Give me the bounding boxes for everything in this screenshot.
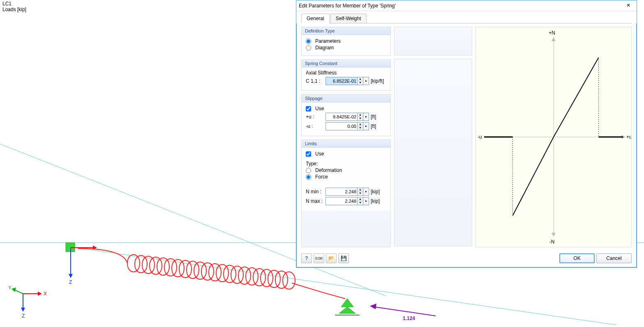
c11-unit: [kip/ft] — [371, 78, 384, 84]
nmin-input[interactable] — [325, 188, 358, 196]
axial-stiffness-label: Axial Stiffness — [306, 70, 386, 76]
close-button[interactable]: ✕ — [623, 2, 634, 10]
tab-general[interactable]: General — [301, 14, 330, 23]
folder-icon: 📂 — [328, 255, 335, 261]
minus-u-unit: [ft] — [371, 123, 376, 129]
group-legend: Definition Type — [302, 27, 390, 35]
plus-u-unit: [ft] — [371, 114, 376, 120]
dialog-titlebar[interactable]: Edit Parameters for Member of Type 'Spri… — [296, 0, 637, 11]
tab-strip: General Self-Weight — [296, 11, 637, 23]
checkbox-limits-use-input[interactable] — [306, 151, 311, 157]
dropdown-icon[interactable]: ▸ — [363, 188, 369, 196]
units-button[interactable]: 0.00 — [314, 253, 324, 263]
spin-up-icon[interactable]: ▲ — [358, 123, 363, 126]
spin-up-icon[interactable]: ▲ — [358, 77, 363, 81]
svg-marker-14 — [38, 292, 42, 296]
svg-marker-5 — [69, 274, 73, 278]
diagram-label-neg-n: -N — [549, 239, 555, 245]
diagram-label-pos-u: +u — [626, 134, 631, 140]
axis-y: Y — [8, 285, 12, 291]
edit-parameters-dialog: Edit Parameters for Member of Type 'Spri… — [296, 0, 637, 268]
group-spring-constant: Spring Constant Axial Stiffness C 1,1 : … — [301, 59, 391, 91]
spin-up-icon[interactable]: ▲ — [358, 188, 363, 192]
save-button[interactable]: 💾 — [338, 253, 349, 263]
spin-up-icon[interactable]: ▲ — [358, 113, 363, 117]
checkbox-slippage-use[interactable]: Use — [306, 106, 386, 111]
c11-input[interactable] — [325, 77, 358, 85]
svg-marker-22 — [552, 37, 556, 41]
group-definition-type: Definition Type Parameters Diagram — [301, 27, 391, 56]
spin-up-icon[interactable]: ▲ — [358, 197, 363, 201]
radio-deformation[interactable]: Deformation — [306, 167, 386, 173]
diagram-label-pos-n: +N — [549, 30, 555, 36]
spin-down-icon[interactable]: ▼ — [358, 81, 363, 85]
tab-self-weight[interactable]: Self-Weight — [330, 14, 367, 23]
radio-parameters[interactable]: Parameters — [306, 38, 386, 44]
radio-force-input[interactable] — [306, 174, 311, 180]
spin-down-icon[interactable]: ▼ — [358, 117, 363, 121]
help-button[interactable]: ? — [301, 253, 312, 263]
svg-line-11 — [374, 307, 436, 316]
dropdown-icon[interactable]: ▸ — [363, 113, 369, 121]
help-icon: ? — [305, 255, 308, 261]
plus-u-label: +u : — [306, 114, 324, 120]
nmax-label: N max : — [306, 198, 324, 204]
c11-label: C 1,1 : — [306, 78, 324, 84]
empty-panel-2 — [394, 59, 472, 246]
spin-down-icon[interactable]: ▼ — [358, 126, 363, 130]
dropdown-icon[interactable]: ▸ — [363, 197, 369, 205]
save-icon: 💾 — [341, 255, 347, 261]
nmin-label: N min : — [306, 189, 324, 195]
spring-diagram-preview: +N -N +u -u — [475, 27, 632, 247]
axis-label-z1: Z — [69, 279, 72, 285]
dropdown-icon[interactable]: ▸ — [363, 77, 369, 85]
dropdown-icon[interactable]: ▸ — [363, 122, 369, 130]
nmax-input[interactable] — [325, 197, 358, 205]
radio-deformation-input[interactable] — [306, 168, 311, 173]
empty-panel-1 — [394, 27, 472, 56]
svg-line-27 — [554, 58, 598, 137]
radio-parameters-input[interactable] — [306, 39, 311, 44]
checkbox-slippage-use-input[interactable] — [306, 106, 311, 111]
svg-marker-16 — [12, 288, 16, 292]
group-slippage: Slippage Use +u : ▲▼ ▸ [ft] -u : — [301, 94, 391, 136]
dialog-title: Edit Parameters for Member of Type 'Spri… — [299, 3, 396, 9]
svg-line-26 — [513, 137, 554, 216]
minus-u-input[interactable] — [325, 122, 358, 130]
radio-diagram-input[interactable] — [306, 45, 311, 51]
minus-u-label: -u : — [306, 123, 324, 129]
group-limits: Limits Use Type: Deformation Force N min… — [301, 139, 391, 247]
spin-down-icon[interactable]: ▼ — [358, 201, 363, 205]
svg-marker-9 — [339, 307, 355, 313]
svg-line-15 — [14, 290, 23, 294]
units-icon: 0.00 — [315, 256, 323, 260]
spin-down-icon[interactable]: ▼ — [358, 192, 363, 195]
folder-button[interactable]: 📂 — [326, 253, 337, 263]
ok-button[interactable]: OK — [559, 253, 595, 263]
radio-force[interactable]: Force — [306, 174, 386, 180]
load-value: 1.124 — [403, 315, 415, 321]
limits-type-label: Type: — [306, 161, 386, 167]
radio-diagram[interactable]: Diagram — [306, 45, 386, 51]
checkbox-limits-use[interactable]: Use — [306, 151, 386, 157]
svg-marker-23 — [552, 233, 556, 237]
svg-marker-18 — [21, 308, 25, 312]
svg-marker-8 — [341, 299, 353, 307]
diagram-label-neg-u: -u — [478, 134, 482, 140]
svg-marker-12 — [370, 304, 376, 309]
axis-z: Z — [22, 313, 25, 319]
plus-u-input[interactable] — [325, 113, 358, 121]
nmin-unit: [kip] — [371, 189, 380, 195]
axis-x: X — [44, 291, 47, 297]
cancel-button[interactable]: Cancel — [596, 253, 632, 263]
nmax-unit: [kip] — [371, 198, 380, 204]
